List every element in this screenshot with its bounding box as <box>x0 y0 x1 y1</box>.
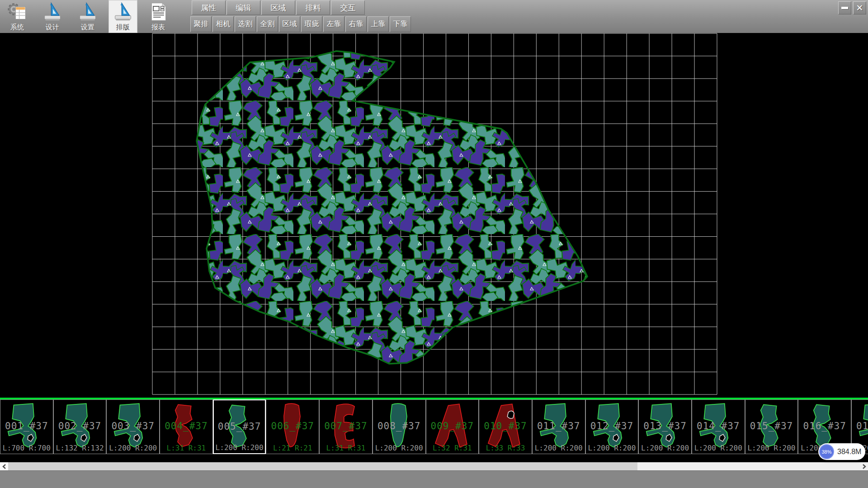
part-lr-count: L:200 R:200 <box>373 444 425 452</box>
part-thumbnail[interactable]: 008_#37L:200 R:200 <box>373 399 426 454</box>
menu-tab-interact[interactable]: 交互 <box>331 0 365 15</box>
status-bar <box>0 470 868 488</box>
progress-circle: 38% <box>819 444 834 459</box>
nesting-canvas[interactable] <box>0 33 868 398</box>
menu-tab-edit[interactable]: 编辑 <box>226 0 260 15</box>
chevron-left-icon <box>2 464 6 469</box>
window-controls: ✕ <box>838 1 866 14</box>
part-thumbnail[interactable]: 012_#37L:200 R:200 <box>585 399 639 454</box>
part-lr-count: L:31 R:31 <box>160 444 212 452</box>
part-thumbnail[interactable]: 003_#37L:200 R:200 <box>106 399 160 454</box>
tool-button-region[interactable]: 区域 <box>279 16 300 32</box>
set-square-icon <box>113 1 133 23</box>
scroll-left-button[interactable] <box>0 462 8 470</box>
part-id-label: 015_#37 <box>745 421 798 432</box>
part-id-label: 011_#37 <box>533 421 585 432</box>
app-tab-settings[interactable]: 设置 <box>73 0 102 33</box>
app-tab-system[interactable]: 系统 <box>3 0 32 33</box>
menu-tab-nesting[interactable]: 排料 <box>296 0 330 15</box>
part-id-label: 001_#37 <box>0 421 53 432</box>
part-thumbnail[interactable]: 015_#37L:200 R:200 <box>745 399 798 454</box>
part-lr-count: L:200 R:200 <box>214 443 265 452</box>
memory-value: 384.8M <box>837 448 861 456</box>
part-thumbnail[interactable]: 010_#37L:33 R:33 <box>479 399 532 454</box>
part-thumbnail[interactable]: 006_#37L:21 R:21 <box>266 399 319 454</box>
part-thumbnail[interactable]: 009_#37L:32 R:31 <box>426 399 479 454</box>
part-id-label: 009_#37 <box>426 421 479 432</box>
part-lr-count: L:700 R:700 <box>0 444 53 452</box>
tool-button-snap-left[interactable]: 左靠 <box>323 16 344 32</box>
part-thumbnail[interactable]: 013_#37L:200 R:200 <box>638 399 692 454</box>
minimize-icon <box>841 7 848 9</box>
part-thumbnail[interactable]: 004_#37L:31 R:31 <box>160 399 213 454</box>
app-tab-label: 系统 <box>10 23 24 32</box>
part-id-label: 010_#37 <box>479 421 532 432</box>
part-lr-count: L:200 R:200 <box>639 444 691 452</box>
part-id-label: 005_#37 <box>214 421 265 432</box>
scroll-right-button[interactable] <box>860 462 868 470</box>
titlebar-toolbar: 系统设计设置排版报表 属性编辑区域排料交互 聚排相机选割全割区域瑕疵左靠右靠上靠… <box>0 0 868 33</box>
tool-button-snap-right[interactable]: 右靠 <box>345 16 367 32</box>
close-icon: ✕ <box>856 3 863 13</box>
part-lr-count: L:132 R:132 <box>54 444 106 452</box>
part-id-label: 012_#37 <box>586 421 638 432</box>
part-lr-count: L:31 R:31 <box>320 444 372 452</box>
part-lr-count: L:200 R:200 <box>107 444 159 452</box>
horizontal-scrollbar[interactable] <box>0 462 868 470</box>
minimize-button[interactable] <box>838 1 851 14</box>
part-id-label: 007_#37 <box>320 421 372 432</box>
part-lr-count: L:200 R:200 <box>533 444 585 452</box>
part-lr-count: L:200 R:200 <box>586 444 638 452</box>
set-square-icon <box>78 1 98 23</box>
chevron-right-icon <box>862 464 866 469</box>
set-square-icon <box>42 1 62 23</box>
part-lr-count: L:33 R:33 <box>479 444 532 452</box>
app-tab-label: 设置 <box>81 23 94 32</box>
menu-tab-row: 属性编辑区域排料交互 <box>192 0 365 15</box>
tool-button-defect[interactable]: 瑕疵 <box>301 16 322 32</box>
tool-button-camera[interactable]: 相机 <box>212 16 234 32</box>
part-id-label: 002_#37 <box>54 421 106 432</box>
memory-badge[interactable]: 38% 384.8M <box>818 443 865 460</box>
part-lr-count: L:21 R:21 <box>266 444 319 452</box>
leather-hide[interactable] <box>190 47 592 367</box>
app-tab-layout[interactable]: 排版 <box>108 0 137 33</box>
scrollbar-thumb[interactable] <box>8 462 637 470</box>
app-module-tabs: 系统设计设置排版报表 <box>3 0 173 33</box>
tool-button-snap-top[interactable]: 上靠 <box>368 16 389 32</box>
system-gear-table-icon <box>7 1 27 23</box>
part-id-label: 013_#37 <box>639 421 691 432</box>
app-tab-design[interactable]: 设计 <box>38 0 67 33</box>
part-thumbnail[interactable]: 011_#37L:200 R:200 <box>532 399 585 454</box>
part-thumbnail[interactable]: 001_#37L:700 R:700 <box>0 399 53 454</box>
report-document-icon <box>148 1 168 23</box>
tool-button-cut-all[interactable]: 全割 <box>257 16 278 32</box>
tool-button-snap-bottom[interactable]: 下靠 <box>390 16 411 32</box>
app-tab-label: 排版 <box>116 23 130 32</box>
part-thumbnail[interactable]: 014_#37L:200 R:200 <box>692 399 745 454</box>
part-lr-count: L:32 R:31 <box>426 444 479 452</box>
close-button[interactable]: ✕ <box>853 1 866 14</box>
part-id-label: 016_#37 <box>798 421 851 432</box>
part-id-label: 017_#37 <box>852 421 868 432</box>
app-tab-label: 设计 <box>46 23 59 32</box>
part-lr-count: L:200 R:200 <box>745 444 798 452</box>
menu-tab-properties[interactable]: 属性 <box>192 0 226 15</box>
app-tab-label: 报表 <box>151 23 165 32</box>
part-id-label: 003_#37 <box>107 421 159 432</box>
part-lr-count: L:200 R:200 <box>692 444 745 452</box>
app-tab-report[interactable]: 报表 <box>144 0 173 33</box>
part-id-label: 004_#37 <box>160 421 212 432</box>
part-thumbnail[interactable]: 007_#37L:31 R:31 <box>319 399 373 454</box>
tool-button-row: 聚排相机选割全割区域瑕疵左靠右靠上靠下靠 <box>190 16 411 32</box>
menu-tab-region[interactable]: 区域 <box>261 0 295 15</box>
part-id-label: 006_#37 <box>266 421 319 432</box>
progress-value: 38% <box>821 449 831 455</box>
part-id-label: 014_#37 <box>692 421 745 432</box>
part-thumbnail[interactable]: 002_#37L:132 R:132 <box>53 399 107 454</box>
canvas-drawing <box>0 33 868 398</box>
part-thumbnail[interactable]: 005_#37L:200 R:200 <box>213 399 266 454</box>
tool-button-cluster-nest[interactable]: 聚排 <box>190 16 212 32</box>
part-id-label: 008_#37 <box>373 421 425 432</box>
tool-button-select-cut[interactable]: 选割 <box>235 16 256 32</box>
